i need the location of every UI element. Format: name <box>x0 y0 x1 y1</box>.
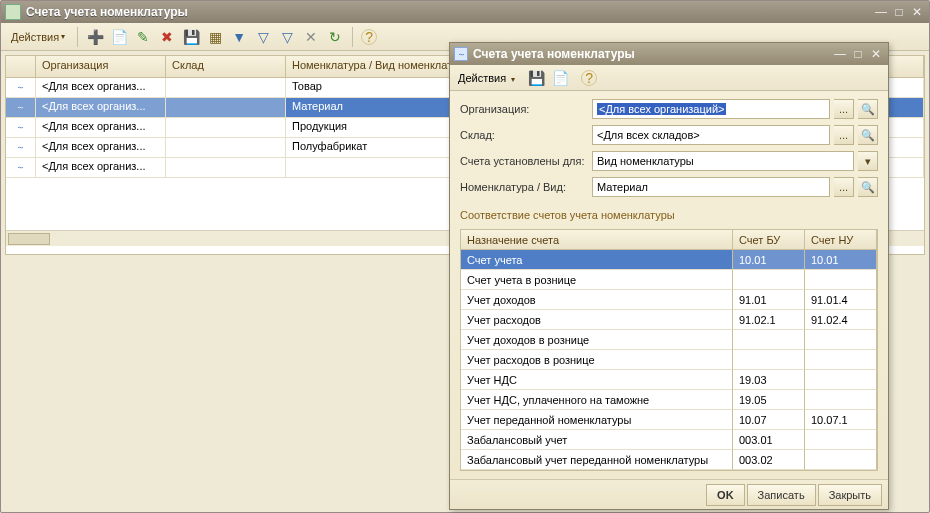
org-lookup-button[interactable]: 🔍 <box>858 99 878 119</box>
close-card-button[interactable]: Закрыть <box>818 484 882 506</box>
card-actions-menu[interactable]: Действия ▾ <box>458 72 515 84</box>
acc-row[interactable]: Учет НДС, уплаченного на таможне19.05 <box>461 390 877 410</box>
minimize-button[interactable]: — <box>873 5 889 19</box>
org-label: Организация: <box>460 103 588 115</box>
nom-label: Номенклатура / Вид: <box>460 181 588 193</box>
acc-row[interactable]: Учет переданной номенклатуры10.0710.07.1 <box>461 410 877 430</box>
maximize-button[interactable]: □ <box>891 5 907 19</box>
acc-cell-name: Учет доходов в рознице <box>461 330 733 350</box>
acc-row[interactable]: Забалансовый учет003.01 <box>461 430 877 450</box>
acc-row[interactable]: Счет учета в рознице <box>461 270 877 290</box>
card-close-button[interactable]: ✕ <box>868 47 884 61</box>
cell-org: <Для всех организ... <box>36 98 166 118</box>
actions-menu[interactable]: Действия ▾ <box>7 29 69 45</box>
acc-cell-bu: 91.01 <box>733 290 805 310</box>
acc-row[interactable]: Забалансовый учет переданной номенклатур… <box>461 450 877 470</box>
nom-lookup-button[interactable]: 🔍 <box>858 177 878 197</box>
filter-history-icon[interactable]: ▽ <box>278 28 296 46</box>
acc-cell-bu: 10.07 <box>733 410 805 430</box>
cell-sklad <box>166 78 286 98</box>
acc-cell-bu <box>733 350 805 370</box>
card-maximize-button[interactable]: □ <box>850 47 866 61</box>
sklad-field[interactable]: <Для всех складов> <box>592 125 830 145</box>
card-help-icon[interactable]: ? <box>581 70 597 86</box>
close-button[interactable]: ✕ <box>909 5 925 19</box>
write-button[interactable]: Записать <box>747 484 816 506</box>
acc-row[interactable]: Учет НДС19.03 <box>461 370 877 390</box>
select-mode-icon[interactable]: ▦ <box>206 28 224 46</box>
delete-icon[interactable]: ✖ <box>158 28 176 46</box>
acc-col-name[interactable]: Назначение счета <box>461 230 733 250</box>
setfor-field[interactable]: Вид номенклатуры <box>592 151 854 171</box>
scrollbar-thumb[interactable] <box>8 233 50 245</box>
setfor-dropdown-button[interactable]: ▾ <box>858 151 878 171</box>
acc-cell-nu <box>805 370 877 390</box>
card-minimize-button[interactable]: — <box>832 47 848 61</box>
acc-table[interactable]: Назначение счета Счет БУ Счет НУ Счет уч… <box>460 229 878 471</box>
save-and-close-icon[interactable]: 💾 <box>527 69 545 87</box>
card-toolbar: Действия ▾ 💾 📄 ? <box>450 65 888 91</box>
acc-cell-nu: 10.07.1 <box>805 410 877 430</box>
acc-cell-name: Забалансовый учет переданной номенклатур… <box>461 450 733 470</box>
sklad-lookup-button[interactable]: 🔍 <box>858 125 878 145</box>
nom-field[interactable]: Материал <box>592 177 830 197</box>
separator <box>352 27 353 47</box>
dropdown-icon: ▾ <box>511 75 515 84</box>
acc-cell-name: Учет переданной номенклатуры <box>461 410 733 430</box>
row-marker-icon: ～ <box>6 98 36 118</box>
acc-row[interactable]: Учет расходов в рознице <box>461 350 877 370</box>
acc-col-nu[interactable]: Счет НУ <box>805 230 877 250</box>
acc-cell-name: Учет НДС, уплаченного на таможне <box>461 390 733 410</box>
acc-row[interactable]: Учет доходов в рознице <box>461 330 877 350</box>
setfor-label: Счета установлены для: <box>460 155 588 167</box>
acc-cell-bu <box>733 330 805 350</box>
edit-icon[interactable]: ✎ <box>134 28 152 46</box>
acc-cell-nu: 91.01.4 <box>805 290 877 310</box>
acc-cell-bu: 003.02 <box>733 450 805 470</box>
acc-cell-nu <box>805 390 877 410</box>
acc-col-bu[interactable]: Счет БУ <box>733 230 805 250</box>
cell-org: <Для всех организ... <box>36 78 166 98</box>
dropdown-icon: ▾ <box>61 32 65 41</box>
help-icon[interactable]: ? <box>361 29 377 45</box>
cell-sklad <box>166 118 286 138</box>
save-icon[interactable]: 💾 <box>182 28 200 46</box>
acc-cell-bu <box>733 270 805 290</box>
row-marker-icon: ～ <box>6 118 36 138</box>
acc-cell-bu: 19.03 <box>733 370 805 390</box>
cell-sklad <box>166 98 286 118</box>
acc-row[interactable]: Учет доходов91.0191.01.4 <box>461 290 877 310</box>
copy-icon[interactable]: 📄 <box>110 28 128 46</box>
cell-org: <Для всех организ... <box>36 118 166 138</box>
acc-row[interactable]: Счет учета10.0110.01 <box>461 250 877 270</box>
acc-cell-name: Учет расходов <box>461 310 733 330</box>
acc-subtitle: Соответствие счетов учета номенклатуры <box>460 209 878 221</box>
sklad-select-button[interactable]: ... <box>834 125 854 145</box>
acc-row[interactable]: Учет расходов91.02.191.02.4 <box>461 310 877 330</box>
filter-icon[interactable]: ▽ <box>254 28 272 46</box>
cell-org: <Для всех организ... <box>36 158 166 178</box>
filter-off-icon[interactable]: ✕ <box>302 28 320 46</box>
acc-cell-bu: 19.05 <box>733 390 805 410</box>
acc-cell-bu: 003.01 <box>733 430 805 450</box>
app-icon <box>5 4 21 20</box>
acc-cell-bu: 91.02.1 <box>733 310 805 330</box>
save-card-icon[interactable]: 📄 <box>551 69 569 87</box>
cell-sklad <box>166 138 286 158</box>
col-org[interactable]: Организация <box>36 56 166 78</box>
nom-select-button[interactable]: ... <box>834 177 854 197</box>
main-titlebar[interactable]: Счета учета номенклатуры — □ ✕ <box>1 1 929 23</box>
col-marker[interactable] <box>6 56 36 78</box>
acc-cell-nu: 91.02.4 <box>805 310 877 330</box>
card-titlebar[interactable]: ～ Счета учета номенклатуры — □ ✕ <box>450 43 888 65</box>
org-select-button[interactable]: ... <box>834 99 854 119</box>
filter-by-value-icon[interactable]: ▼ <box>230 28 248 46</box>
ok-button[interactable]: OK <box>706 484 745 506</box>
org-field[interactable]: <Для всех организаций> <box>592 99 830 119</box>
acc-cell-name: Забалансовый учет <box>461 430 733 450</box>
add-icon[interactable]: ➕ <box>86 28 104 46</box>
cell-sklad <box>166 158 286 178</box>
col-sklad[interactable]: Склад <box>166 56 286 78</box>
refresh-icon[interactable]: ↻ <box>326 28 344 46</box>
card-icon: ～ <box>454 47 468 61</box>
